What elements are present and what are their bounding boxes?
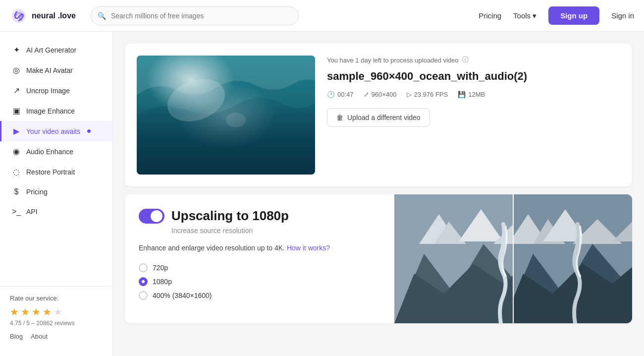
notice-text: You have 1 day left to process uploaded … xyxy=(327,57,459,64)
star-3: ★ xyxy=(32,306,41,318)
upscale-header: Upscaling to 1080p xyxy=(139,208,380,224)
upscale-left-panel: Upscaling to 1080p Increase source resol… xyxy=(125,194,394,323)
logo-icon xyxy=(10,7,28,25)
sidebar: ✦ AI Art Generator ◎ Make AI Avatar ↗ Un… xyxy=(0,32,113,356)
sidebar-item-ai-art-generator[interactable]: ✦ AI Art Generator xyxy=(0,40,112,60)
notification-dot xyxy=(87,129,91,133)
sidebar-item-label: Restore Portrait xyxy=(26,168,75,176)
star-4: ★ xyxy=(43,306,52,318)
toggle-knob xyxy=(151,210,162,222)
trash-icon: 🗑 xyxy=(336,114,343,121)
mountain-svg-enhanced xyxy=(513,194,632,323)
search-input[interactable] xyxy=(91,6,299,25)
sidebar-item-label: Pricing xyxy=(26,188,48,196)
play-icon: ▶ xyxy=(11,126,21,136)
file-icon: 💾 xyxy=(458,91,466,98)
clock-icon: 🕐 xyxy=(327,91,335,98)
sidebar-item-api[interactable]: >_ API xyxy=(0,202,112,222)
sidebar-item-pricing[interactable]: $ Pricing xyxy=(0,182,112,202)
resolution-radio-group: 720p 1080p 400% (3840×1600) xyxy=(139,263,380,300)
chevron-down-icon: ▾ xyxy=(533,11,537,20)
radio-label-1080p: 1080p xyxy=(153,278,172,286)
radio-1080p[interactable]: 1080p xyxy=(139,277,380,286)
sidebar-item-your-video-awaits[interactable]: ▶ Your video awaits xyxy=(0,121,112,141)
nav-pricing[interactable]: Pricing xyxy=(479,11,501,20)
main-layout: ✦ AI Art Generator ◎ Make AI Avatar ↗ Un… xyxy=(0,32,644,356)
upscale-description: Enhance and enlarge video resolution up … xyxy=(139,242,380,253)
ocean-thumbnail xyxy=(137,56,315,175)
enhance-icon: ▣ xyxy=(11,106,21,116)
sidebar-item-label: Uncrop Image xyxy=(26,87,70,95)
review-score: 4.75 / 5 – 20862 reviews xyxy=(10,320,103,327)
radio-label-4k: 400% (3840×1600) xyxy=(153,292,212,299)
video-card: You have 1 day left to process uploaded … xyxy=(125,44,632,186)
upscale-card: Upscaling to 1080p Increase source resol… xyxy=(125,194,632,323)
sidebar-navigation: ✦ AI Art Generator ◎ Make AI Avatar ↗ Un… xyxy=(0,40,112,286)
radio-720p[interactable]: 720p xyxy=(139,263,380,272)
video-info: You have 1 day left to process uploaded … xyxy=(327,56,620,175)
logo[interactable]: neural .love xyxy=(10,7,76,25)
star-5: ★ xyxy=(54,306,62,318)
svg-point-1 xyxy=(226,113,246,127)
video-thumbnail xyxy=(137,56,315,175)
sidebar-item-label: Make AI Avatar xyxy=(26,66,73,74)
upscale-subtitle: Increase source resolution xyxy=(171,227,380,235)
upscale-toggle[interactable] xyxy=(139,209,164,224)
header: neural .love 🔍 Pricing Tools ▾ Sign up S… xyxy=(0,0,644,32)
upload-btn-label: Upload a different video xyxy=(347,114,421,121)
sidebar-item-label: Audio Enhance xyxy=(26,148,73,156)
meta-size: 💾 12MB xyxy=(458,91,485,98)
ocean-waves-svg xyxy=(137,56,315,175)
sidebar-item-make-ai-avatar[interactable]: ◎ Make AI Avatar xyxy=(0,60,112,80)
nav-tools[interactable]: Tools ▾ xyxy=(513,11,537,20)
search-icon: 🔍 xyxy=(98,12,106,20)
avatar-icon: ◎ xyxy=(11,65,21,75)
upscale-desc-text: Enhance and enlarge video resolution up … xyxy=(139,244,285,252)
video-title: sample_960×400_ocean_with_audio(2) xyxy=(327,69,620,84)
comparison-split-line xyxy=(513,194,514,323)
search-bar: 🔍 xyxy=(91,6,299,25)
radio-label-720p: 720p xyxy=(153,264,168,272)
header-nav: Pricing Tools ▾ Sign up Sign in xyxy=(479,6,634,25)
sidebar-item-label: AI Art Generator xyxy=(26,46,76,54)
mountain-image-right xyxy=(513,194,632,323)
radio-circle-1080p xyxy=(139,277,148,286)
radio-circle-4k xyxy=(139,291,148,300)
api-icon: >_ xyxy=(11,207,21,216)
signin-button[interactable]: Sign in xyxy=(611,11,634,20)
upload-different-video-button[interactable]: 🗑 Upload a different video xyxy=(327,108,430,127)
fps-icon: ▷ xyxy=(407,91,412,98)
sidebar-item-audio-enhance[interactable]: ◉ Audio Enhance xyxy=(0,141,112,162)
logo-text: neural .love xyxy=(32,11,76,20)
blog-link[interactable]: Blog xyxy=(10,333,23,340)
meta-resolution: ⤢ 960×400 xyxy=(364,91,397,98)
sidebar-item-uncrop-image[interactable]: ↗ Uncrop Image xyxy=(0,80,112,101)
sparkle-icon: ✦ xyxy=(11,45,21,55)
upscale-comparison-image xyxy=(394,194,632,323)
main-content: You have 1 day left to process uploaded … xyxy=(113,32,644,356)
portrait-icon: ◌ xyxy=(11,167,21,177)
sidebar-item-image-enhance[interactable]: ▣ Image Enhance xyxy=(0,101,112,121)
radio-4k[interactable]: 400% (3840×1600) xyxy=(139,291,380,300)
meta-duration: 🕐 00:47 xyxy=(327,91,354,98)
stars-rating[interactable]: ★ ★ ★ ★ ★ xyxy=(10,306,103,318)
meta-fps: ▷ 23.976 FPS xyxy=(407,91,448,98)
sidebar-item-label: Your video awaits xyxy=(26,127,80,135)
how-it-works-link[interactable]: How it works? xyxy=(287,244,330,252)
sidebar-footer-links: Blog About xyxy=(10,333,103,340)
star-2: ★ xyxy=(21,306,30,318)
mountain-image-left xyxy=(394,194,632,323)
uncrop-icon: ↗ xyxy=(11,86,21,95)
radio-circle-720p xyxy=(139,263,148,272)
star-1: ★ xyxy=(10,306,19,318)
upscale-title: Upscaling to 1080p xyxy=(171,208,289,224)
video-meta: 🕐 00:47 ⤢ 960×400 ▷ 23.976 FPS 💾 12MB xyxy=(327,91,620,98)
signup-button[interactable]: Sign up xyxy=(548,6,599,25)
about-link[interactable]: About xyxy=(31,333,48,340)
info-icon: ⓘ xyxy=(462,56,469,64)
sidebar-bottom: Rate our service: ★ ★ ★ ★ ★ 4.75 / 5 – 2… xyxy=(0,286,112,348)
video-notice: You have 1 day left to process uploaded … xyxy=(327,56,620,64)
resize-icon: ⤢ xyxy=(364,91,369,98)
rate-label: Rate our service: xyxy=(10,295,103,302)
sidebar-item-restore-portrait[interactable]: ◌ Restore Portrait xyxy=(0,162,112,182)
